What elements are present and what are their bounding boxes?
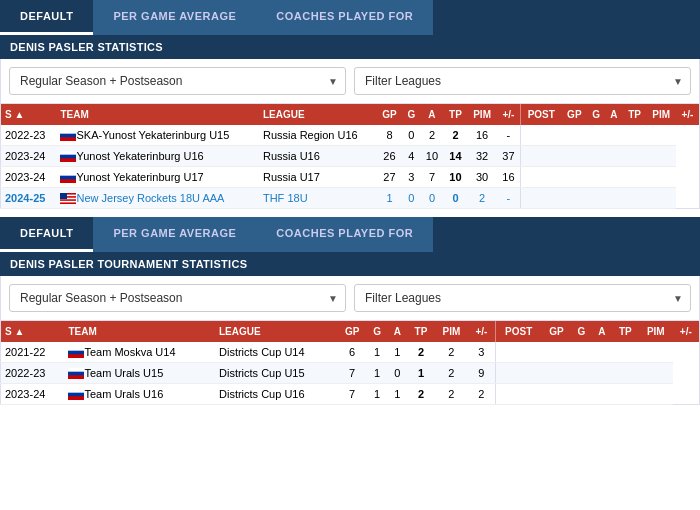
col-pim: PIM	[467, 104, 497, 125]
tab-per-game[interactable]: PER GAME AVERAGE	[93, 0, 256, 35]
col-post: POST	[495, 321, 542, 342]
svg-rect-12	[60, 200, 76, 202]
section-section2: DEFAULTPER GAME AVERAGECOACHES PLAYED FO…	[0, 217, 700, 405]
season-select[interactable]: Regular Season + PostseasonRegular Seaso…	[9, 67, 346, 95]
svg-rect-18	[68, 368, 84, 372]
table-row: 2022-23 SKA-Yunost Yekaterinburg U15 Rus…	[1, 125, 700, 146]
col-team: TEAM	[56, 104, 259, 125]
svg-rect-22	[68, 396, 84, 400]
col-team: TEAM	[64, 321, 215, 342]
col-post-tp: TP	[612, 321, 639, 342]
filter-leagues-select[interactable]: Filter Leagues	[354, 67, 691, 95]
controls-row: Regular Season + PostseasonRegular Seaso…	[0, 59, 700, 104]
col-post-g: G	[587, 104, 605, 125]
svg-rect-19	[68, 375, 84, 379]
svg-rect-16	[68, 354, 84, 358]
col-post-pim: PIM	[646, 104, 676, 125]
season-select-wrapper: Regular Season + PostseasonRegular Seaso…	[9, 284, 346, 312]
tab-per-game2[interactable]: PER GAME AVERAGE	[93, 217, 256, 252]
col-league: LEAGUE	[259, 104, 377, 125]
col-post-pm: +/-	[673, 321, 700, 342]
col-post: POST	[521, 104, 562, 125]
tab-bar: DEFAULTPER GAME AVERAGECOACHES PLAYED FO…	[0, 217, 700, 252]
svg-rect-2	[60, 137, 76, 141]
tab-bar: DEFAULTPER GAME AVERAGECOACHES PLAYED FO…	[0, 0, 700, 35]
stats-table: S ▲ TEAM LEAGUE GP G A TP PIM +/- POST G…	[0, 321, 700, 405]
svg-rect-15	[68, 347, 84, 351]
col-tp: TP	[407, 321, 434, 342]
section-title: DENIS PASLER STATISTICS	[0, 35, 700, 59]
section-section1: DEFAULTPER GAME AVERAGECOACHES PLAYED FO…	[0, 0, 700, 209]
svg-rect-21	[68, 389, 84, 393]
col-post-g: G	[571, 321, 592, 342]
table-row: 2023-24 Yunost Yekaterinburg U17 Russia …	[1, 167, 700, 188]
col-post-a: A	[605, 104, 622, 125]
col-post-pm: +/-	[676, 104, 700, 125]
tab-coaches2[interactable]: COACHES PLAYED FOR	[256, 217, 433, 252]
svg-rect-4	[60, 151, 76, 155]
filter-leagues-select[interactable]: Filter Leagues	[354, 284, 691, 312]
section-title: DENIS PASLER TOURNAMENT STATISTICS	[0, 252, 700, 276]
col-g: G	[367, 321, 388, 342]
col-g: G	[402, 104, 420, 125]
filter-select-wrapper: Filter Leagues ▼	[354, 67, 691, 95]
col-post-a: A	[592, 321, 612, 342]
col-tp: TP	[444, 104, 468, 125]
tab-default2[interactable]: DEFAULT	[0, 217, 93, 252]
table-row: 2023-24 Team Urals U16 Districts Cup U16…	[1, 384, 700, 405]
stats-table: S ▲ TEAM LEAGUE GP G A TP PIM +/- POST G…	[0, 104, 700, 209]
col-pm: +/-	[497, 104, 521, 125]
svg-rect-8	[60, 179, 76, 183]
table-row: 2021-22 Team Moskva U14 Districts Cup U1…	[1, 342, 700, 363]
table-row: 2024-25 New Jersey Rockets 18U AAA THF 1…	[1, 188, 700, 209]
col-pm: +/-	[468, 321, 495, 342]
svg-rect-1	[60, 130, 76, 134]
svg-rect-13	[60, 193, 67, 199]
filter-select-wrapper: Filter Leagues ▼	[354, 284, 691, 312]
controls-row: Regular Season + PostseasonRegular Seaso…	[0, 276, 700, 321]
tab-coaches[interactable]: COACHES PLAYED FOR	[256, 0, 433, 35]
col-gp: GP	[377, 104, 403, 125]
col-league: LEAGUE	[215, 321, 337, 342]
season-select[interactable]: Regular Season + PostseasonRegular Seaso…	[9, 284, 346, 312]
svg-rect-5	[60, 158, 76, 162]
col-season: S ▲	[1, 321, 65, 342]
col-a: A	[387, 321, 407, 342]
table-row: 2023-24 Yunost Yekaterinburg U16 Russia …	[1, 146, 700, 167]
col-gp: GP	[337, 321, 366, 342]
table-row: 2022-23 Team Urals U15 Districts Cup U15…	[1, 363, 700, 384]
col-post-pim: PIM	[639, 321, 673, 342]
col-a: A	[420, 104, 443, 125]
tab-default[interactable]: DEFAULT	[0, 0, 93, 35]
season-select-wrapper: Regular Season + PostseasonRegular Seaso…	[9, 67, 346, 95]
col-season: S ▲	[1, 104, 57, 125]
col-post-tp: TP	[623, 104, 647, 125]
col-post-gp: GP	[542, 321, 571, 342]
svg-rect-7	[60, 172, 76, 176]
col-pim: PIM	[435, 321, 469, 342]
col-post-gp: GP	[561, 104, 587, 125]
